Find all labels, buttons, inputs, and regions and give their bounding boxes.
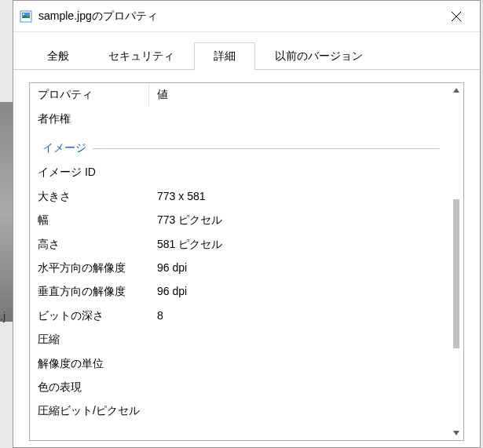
property-row[interactable]: 大きさ773 x 581 xyxy=(30,184,449,208)
section-image: イメージ xyxy=(30,137,449,160)
svg-point-2 xyxy=(23,13,24,15)
property-value xyxy=(149,378,449,395)
property-name: 大きさ xyxy=(30,188,149,205)
property-row[interactable]: 色の表現 xyxy=(30,375,449,399)
scrollbar-thumb[interactable] xyxy=(453,199,459,348)
property-name: 解像度の単位 xyxy=(30,355,149,372)
vertical-scrollbar[interactable] xyxy=(449,83,463,440)
svg-marker-7 xyxy=(453,431,459,435)
property-row[interactable]: 高さ581 ピクセル xyxy=(30,232,449,256)
property-row[interactable]: 圧縮ビット/ピクセル xyxy=(30,399,449,422)
property-value: 581 ピクセル xyxy=(149,235,449,253)
column-headers: プロパティ 値 xyxy=(30,83,449,107)
property-name: 圧縮 xyxy=(30,330,149,348)
tab-details[interactable]: 詳細 xyxy=(194,42,255,70)
section-divider xyxy=(93,148,440,149)
property-name: ビットの深さ xyxy=(30,307,149,324)
property-row[interactable]: 解像度の単位 xyxy=(30,351,449,375)
tab-general[interactable]: 全般 xyxy=(27,42,89,70)
property-row[interactable]: 垂直方向の解像度96 dpi xyxy=(30,279,449,303)
tab-previous-versions[interactable]: 以前のバージョン xyxy=(255,42,382,70)
property-value: 773 x 581 xyxy=(149,188,449,205)
tab-security[interactable]: セキュリティ xyxy=(89,42,194,70)
property-value: 8 xyxy=(149,307,449,324)
property-value xyxy=(149,163,449,180)
property-name: 高さ xyxy=(30,235,149,253)
property-row[interactable]: 幅773 ピクセル xyxy=(30,208,449,231)
property-row[interactable]: 圧縮 xyxy=(30,327,449,351)
window-title: sample.jpgのプロパティ xyxy=(38,9,438,24)
property-name: 圧縮ビット/ピクセル xyxy=(30,402,149,419)
property-row[interactable]: イメージ ID xyxy=(30,160,449,184)
property-value xyxy=(149,402,449,419)
property-name: 色の表現 xyxy=(30,378,149,395)
property-row[interactable]: ビットの深さ8 xyxy=(30,304,449,327)
property-value xyxy=(149,355,449,372)
scroll-up-button[interactable] xyxy=(449,83,463,97)
property-name: 幅 xyxy=(30,211,149,228)
property-value xyxy=(149,330,449,348)
property-name: 垂直方向の解像度 xyxy=(30,282,149,300)
property-row[interactable]: 者作権 xyxy=(30,107,449,130)
titlebar: sample.jpgのプロパティ xyxy=(13,1,480,32)
property-name: 水平方向の解像度 xyxy=(30,259,149,276)
background-image-strip xyxy=(0,102,13,322)
property-value: 96 dpi xyxy=(149,282,449,300)
properties-dialog: sample.jpgのプロパティ 全般 セキュリティ 詳細 以前のバージョン プ… xyxy=(13,0,481,448)
section-label-image: イメージ xyxy=(42,141,86,155)
tab-strip: 全般 セキュリティ 詳細 以前のバージョン xyxy=(13,32,480,70)
property-value: 773 ピクセル xyxy=(149,211,449,228)
close-button[interactable] xyxy=(438,1,474,32)
property-row[interactable]: 水平方向の解像度96 dpi xyxy=(30,256,449,279)
property-name: 者作権 xyxy=(30,110,149,127)
scroll-down-button[interactable] xyxy=(449,426,463,440)
background-filename-fragment: .j xyxy=(0,310,5,322)
column-header-value[interactable]: 値 xyxy=(149,83,449,107)
property-value xyxy=(149,110,449,127)
property-value: 96 dpi xyxy=(149,259,449,276)
scrollbar-track[interactable] xyxy=(449,97,463,426)
svg-marker-6 xyxy=(453,88,459,93)
tab-content: プロパティ 値 者作権 イメージ イメージ ID大きさ773 x 581幅773… xyxy=(13,70,480,448)
property-name: イメージ ID xyxy=(30,163,149,180)
file-type-icon xyxy=(20,10,32,23)
properties-list: プロパティ 値 者作権 イメージ イメージ ID大きさ773 x 581幅773… xyxy=(29,82,464,441)
column-header-property[interactable]: プロパティ xyxy=(30,83,149,107)
